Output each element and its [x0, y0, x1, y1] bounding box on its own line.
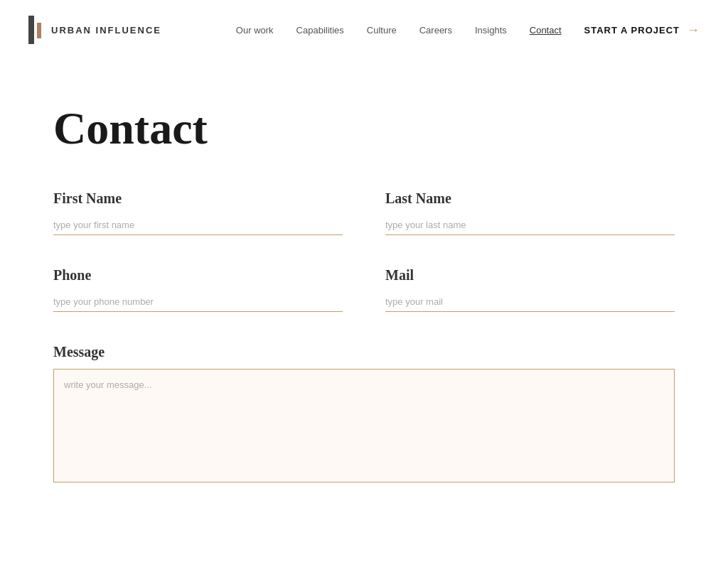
message-section: Message — [53, 344, 675, 485]
svg-rect-0 — [28, 16, 34, 44]
nav-link-careers[interactable]: Careers — [419, 25, 452, 36]
first-name-label: First Name — [53, 190, 343, 207]
nav-link-capabilities[interactable]: Capabilities — [296, 25, 344, 36]
main-nav: Our work Capabilities Culture Careers In… — [236, 23, 700, 38]
last-name-group: Last Name — [385, 190, 675, 235]
site-header: URBAN INFLUENCE Our work Capabilities Cu… — [0, 0, 728, 60]
last-name-input[interactable] — [385, 215, 675, 235]
phone-group: Phone — [53, 267, 343, 312]
first-name-input[interactable] — [53, 215, 343, 235]
contact-form: First Name Last Name Phone Mail Message — [53, 190, 675, 485]
cta-arrow-icon: → — [687, 23, 700, 38]
main-content: Contact First Name Last Name Phone Mail — [0, 60, 728, 556]
nav-link-contact[interactable]: Contact — [530, 25, 562, 36]
form-row-name: First Name Last Name — [53, 190, 675, 235]
logo[interactable]: URBAN INFLUENCE — [28, 16, 161, 44]
message-textarea[interactable] — [53, 369, 675, 482]
last-name-label: Last Name — [385, 190, 675, 207]
first-name-group: First Name — [53, 190, 343, 235]
nav-link-our-work[interactable]: Our work — [236, 25, 274, 36]
message-label: Message — [53, 344, 675, 360]
mail-input[interactable] — [385, 292, 675, 312]
mail-group: Mail — [385, 267, 675, 312]
phone-label: Phone — [53, 267, 343, 284]
mail-label: Mail — [385, 267, 675, 284]
nav-link-insights[interactable]: Insights — [475, 25, 507, 36]
nav-cta[interactable]: START A PROJECT → — [584, 23, 700, 38]
phone-input[interactable] — [53, 292, 343, 312]
nav-link-culture[interactable]: Culture — [367, 25, 397, 36]
page-title: Contact — [53, 102, 675, 155]
cta-label: START A PROJECT — [584, 25, 680, 36]
form-row-contact: Phone Mail — [53, 267, 675, 312]
logo-icon — [28, 16, 44, 44]
svg-rect-1 — [37, 23, 41, 38]
logo-text: URBAN INFLUENCE — [51, 25, 161, 36]
